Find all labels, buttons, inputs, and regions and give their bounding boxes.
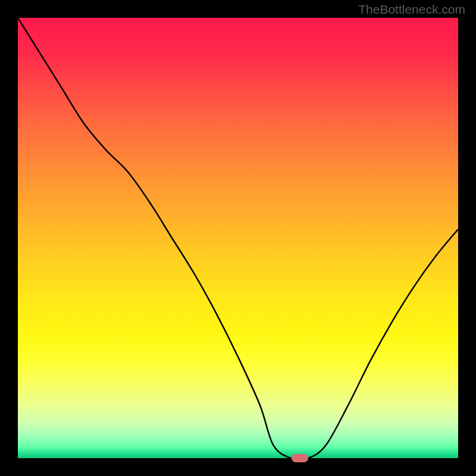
optimal-marker xyxy=(292,454,308,462)
watermark-text: TheBottleneck.com xyxy=(358,2,465,17)
bottleneck-curve xyxy=(18,18,458,458)
chart-container: TheBottleneck.com xyxy=(0,0,476,476)
plot-area xyxy=(18,18,458,458)
